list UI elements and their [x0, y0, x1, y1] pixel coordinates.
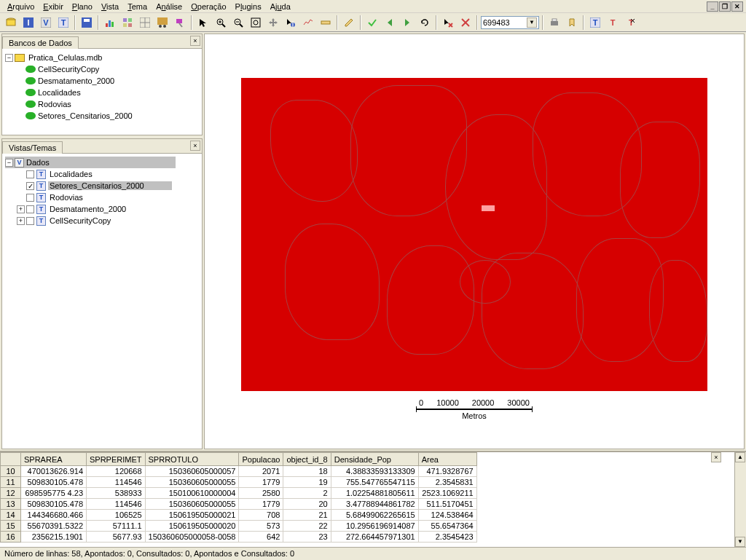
- scroll-up-icon[interactable]: ▲: [735, 452, 745, 462]
- delete-icon[interactable]: [458, 15, 474, 31]
- db-layer[interactable]: Desmatamento_2000: [5, 75, 199, 87]
- menu-exibir[interactable]: Exibir: [39, 1, 68, 12]
- theme-icon[interactable]: T: [55, 15, 71, 31]
- svg-rect-20: [157, 17, 168, 25]
- db-panel-tab[interactable]: Bancos de Dados: [2, 36, 79, 49]
- column-header[interactable]: SPRAREA: [21, 453, 87, 466]
- theme-checkbox[interactable]: [26, 205, 34, 213]
- table-row[interactable]: 11509830105.4781145461503606050000551779…: [1, 477, 477, 488]
- close-button[interactable]: ✕: [731, 1, 743, 12]
- menu-arquivo[interactable]: Arquivo: [3, 1, 39, 12]
- zoom-in-icon[interactable]: [213, 15, 229, 31]
- table-row[interactable]: 13509830105.4781145461503606050000551779…: [1, 499, 477, 510]
- db-layer[interactable]: Rodovias: [5, 98, 199, 110]
- animation-icon[interactable]: [154, 15, 170, 31]
- theme-item[interactable]: TRodovias: [5, 192, 199, 203]
- print-icon[interactable]: [546, 15, 562, 31]
- zoom-out-icon[interactable]: [230, 15, 246, 31]
- pointer-icon[interactable]: [195, 15, 211, 31]
- database-icon[interactable]: [3, 15, 19, 31]
- scale-select[interactable]: 699483 ▼: [481, 16, 539, 29]
- theme-item[interactable]: +TCellSecurityCopy: [5, 215, 199, 226]
- column-header[interactable]: SPRPERIMET: [87, 453, 146, 466]
- theme-icon: T: [36, 170, 46, 179]
- column-header[interactable]: [1, 453, 21, 466]
- minimize-button[interactable]: _: [707, 1, 718, 12]
- column-header[interactable]: SPRROTULO: [145, 453, 239, 466]
- table-row[interactable]: 162356215.19015677.93150360605000058-005…: [1, 532, 477, 543]
- cursor-info-icon[interactable]: i: [283, 15, 299, 31]
- collapse-icon[interactable]: −: [5, 54, 13, 62]
- scalebar-tick: 10000: [436, 398, 459, 407]
- db-tree[interactable]: − Pratica_Celulas.mdb CellSecurityCopyDe…: [2, 49, 202, 135]
- svg-rect-42: [552, 19, 557, 21]
- paint-icon[interactable]: [172, 15, 188, 31]
- text-cancel-icon[interactable]: T: [622, 15, 638, 31]
- table-row[interactable]: 1555670391.532257111.1150619505000020573…: [1, 521, 477, 532]
- expand-icon[interactable]: +: [17, 205, 25, 213]
- view-icon[interactable]: V: [38, 15, 54, 31]
- expand-icon[interactable]: +: [17, 217, 25, 225]
- ruler-icon[interactable]: [318, 15, 334, 31]
- menu-tema[interactable]: Tema: [123, 1, 152, 12]
- column-header[interactable]: Populacao: [239, 453, 283, 466]
- maximize-button[interactable]: ❐: [719, 1, 731, 12]
- zoom-extent-icon[interactable]: [248, 15, 264, 31]
- theme-checkbox[interactable]: [26, 194, 34, 202]
- table-close[interactable]: ×: [711, 452, 721, 462]
- column-header[interactable]: object_id_8: [283, 453, 331, 466]
- svg-text:i: i: [292, 20, 294, 28]
- save-icon[interactable]: [79, 15, 95, 31]
- bookmark-icon[interactable]: [564, 15, 580, 31]
- svg-line-26: [222, 24, 225, 27]
- check-icon[interactable]: [364, 15, 380, 31]
- edit-icon[interactable]: [341, 15, 357, 31]
- theme-item[interactable]: ✓TSetores_Censitarios_2000: [5, 180, 199, 192]
- table-row[interactable]: 10470013626.9141206681503606050000572071…: [1, 466, 477, 477]
- theme-item[interactable]: +TDesmatamento_2000: [5, 203, 199, 215]
- scale-value: 699483: [483, 18, 510, 27]
- theme-checkbox[interactable]: [26, 170, 34, 178]
- collapse-icon[interactable]: −: [5, 159, 13, 167]
- views-panel-close[interactable]: ×: [190, 141, 200, 151]
- table-row[interactable]: 12698595775 4.23538933150100610000004258…: [1, 488, 477, 499]
- views-tree[interactable]: − V Dados TLocalidades✓TSetores_Censitar…: [2, 154, 202, 449]
- db-panel-close[interactable]: ×: [190, 36, 200, 46]
- tile-icon[interactable]: [119, 15, 136, 31]
- theme-checkbox[interactable]: ✓: [26, 182, 34, 190]
- text-red-icon[interactable]: T: [605, 15, 621, 31]
- next-icon[interactable]: [399, 15, 415, 31]
- table-scrollbar[interactable]: ▲ ▼: [734, 452, 746, 547]
- chart-icon[interactable]: [102, 15, 118, 31]
- graph-icon[interactable]: [300, 15, 316, 31]
- select-remove-icon[interactable]: [440, 15, 456, 31]
- views-root[interactable]: − V Dados: [5, 157, 176, 168]
- views-panel-tab[interactable]: Vistas/Temas: [2, 141, 63, 154]
- menu-vista[interactable]: Vista: [97, 1, 123, 12]
- db-layer[interactable]: Setores_Censitarios_2000: [5, 110, 199, 122]
- menu-operacao[interactable]: Operação: [186, 1, 230, 12]
- db-layer[interactable]: Localidades: [5, 87, 199, 98]
- table-row[interactable]: 14144346680.4661065251506195050000217082…: [1, 510, 477, 521]
- data-table[interactable]: SPRAREASPRPERIMETSPRROTULOPopulacaoobjec…: [0, 452, 477, 543]
- theme-item[interactable]: TLocalidades: [5, 168, 199, 180]
- prev-icon[interactable]: [382, 15, 398, 31]
- map-canvas[interactable]: 0100002000030000 Metros: [204, 33, 745, 449]
- menu-analise[interactable]: Análise: [152, 1, 186, 12]
- menu-plugins[interactable]: Plugins: [231, 1, 266, 12]
- chevron-down-icon[interactable]: ▼: [527, 17, 537, 28]
- db-layer[interactable]: CellSecurityCopy: [5, 63, 199, 75]
- text-tool-icon[interactable]: T: [587, 15, 603, 31]
- menu-plano[interactable]: Plano: [68, 1, 97, 12]
- info-icon[interactable]: I: [20, 15, 36, 31]
- scroll-down-icon[interactable]: ▼: [735, 537, 745, 547]
- column-header[interactable]: Area: [418, 453, 476, 466]
- menu-ajuda[interactable]: Ajuda: [266, 1, 295, 12]
- pan-icon[interactable]: [265, 15, 281, 31]
- db-root[interactable]: − Pratica_Celulas.mdb: [5, 52, 199, 63]
- refresh-icon[interactable]: [417, 15, 433, 31]
- theme-checkbox[interactable]: [26, 217, 34, 225]
- column-header[interactable]: Densidade_Pop: [331, 453, 418, 466]
- db-panel: Bancos de Dados × − Pratica_Celulas.mdb …: [1, 33, 203, 135]
- grid-icon[interactable]: [137, 15, 153, 31]
